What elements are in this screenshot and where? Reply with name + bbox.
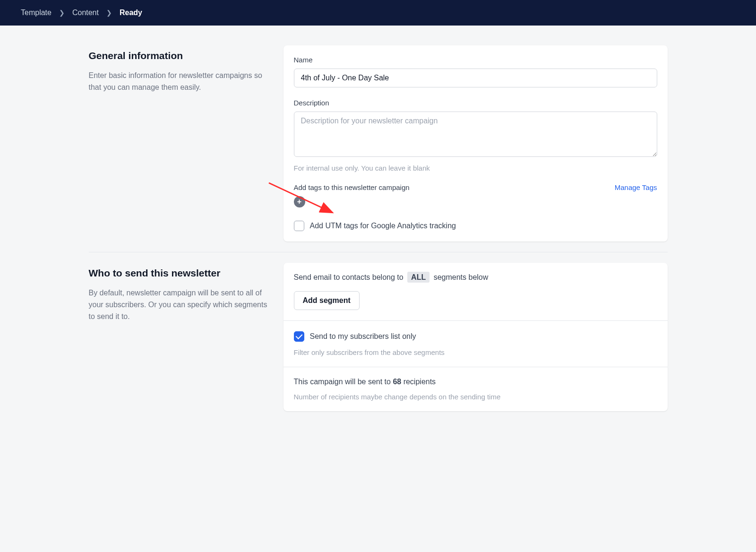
manage-tags-link[interactable]: Manage Tags [615, 183, 657, 191]
name-input[interactable] [294, 69, 657, 87]
utm-checkbox[interactable] [294, 221, 304, 231]
description-label: Description [294, 99, 657, 107]
chevron-right-icon: ❯ [106, 9, 112, 17]
add-segment-button[interactable]: Add segment [294, 291, 360, 310]
section-description: Enter basic information for newsletter c… [89, 70, 268, 94]
add-tag-button[interactable]: + [294, 196, 305, 207]
recipients-summary: This campaign will be sent to 68 recipie… [294, 378, 657, 386]
recipients-summary-hint: Number of recipients maybe change depend… [294, 393, 657, 401]
segment-condition-row: Send email to contacts belong to ALL seg… [294, 273, 657, 282]
name-label: Name [294, 56, 657, 64]
summary-count: 68 [393, 378, 401, 386]
section-general-information: General information Enter basic informat… [89, 35, 668, 252]
segment-mode-pill[interactable]: ALL [407, 272, 430, 283]
breadcrumb-item-content[interactable]: Content [72, 9, 99, 17]
chevron-right-icon: ❯ [59, 9, 65, 17]
section-title: Who to send this newsletter [89, 267, 268, 279]
breadcrumb-item-ready[interactable]: Ready [120, 9, 142, 17]
summary-suffix: recipients [404, 378, 436, 386]
description-hint: For internal use only. You can leave it … [294, 164, 657, 172]
summary-prefix: This campaign will be sent to [294, 378, 391, 386]
subscribers-only-label: Send to my subscribers list only [310, 332, 416, 341]
utm-checkbox-label: Add UTM tags for Google Analytics tracki… [310, 222, 456, 230]
section-recipients: Who to send this newsletter By default, … [89, 252, 668, 422]
segment-prefix: Send email to contacts belong to [294, 273, 404, 281]
breadcrumb: Template ❯ Content ❯ Ready [0, 0, 756, 26]
description-textarea[interactable] [294, 112, 657, 157]
subscribers-only-checkbox[interactable] [294, 331, 304, 342]
plus-icon: + [297, 198, 301, 206]
breadcrumb-item-template[interactable]: Template [21, 9, 52, 17]
segment-suffix: segments below [434, 273, 489, 281]
section-title: General information [89, 50, 268, 61]
section-description: By default, newsletter campaign will be … [89, 287, 268, 322]
subscribers-only-hint: Filter only subscribers from the above s… [294, 348, 657, 356]
tags-label: Add tags to this newsletter campaign [294, 183, 410, 191]
